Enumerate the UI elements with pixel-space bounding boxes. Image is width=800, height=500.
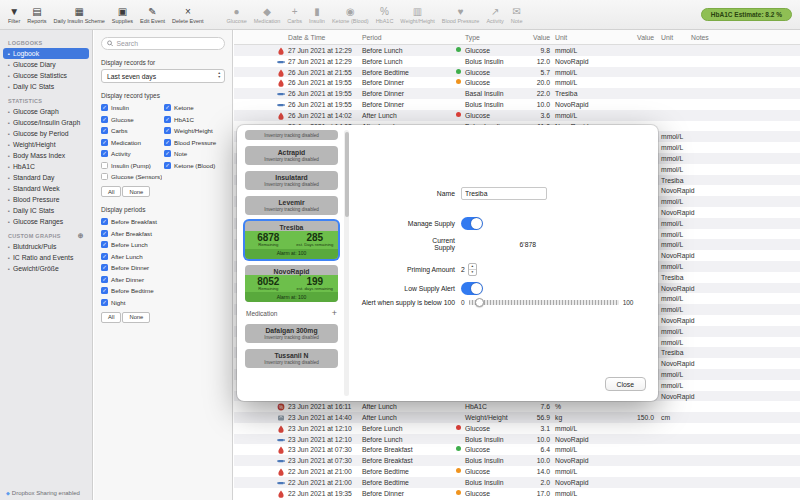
toolbar-daily-insulin-scheme[interactable]: ▦ Daily Insulin Scheme: [54, 6, 105, 24]
table-row[interactable]: 26 Jun 2021 at 14:02After LunchGlucose3.…: [234, 110, 800, 121]
slider-thumb[interactable]: [475, 298, 484, 307]
table-row[interactable]: 23 Jun 2021 at 07:30Before BreakfastGluc…: [234, 444, 800, 455]
toolbar-insulin[interactable]: ▮ Insulin: [309, 6, 325, 24]
type-checkbox-hba1c[interactable]: ✓ HbA1C: [164, 116, 225, 123]
sidebar-item-hba1c[interactable]: ▪HbA1C: [0, 161, 92, 172]
period-checkbox-before-lunch[interactable]: ✓ Before Lunch: [101, 241, 225, 248]
checkbox-icon[interactable]: ✓: [101, 253, 108, 260]
checkbox-icon[interactable]: ✓: [164, 150, 171, 157]
table-row[interactable]: 22 Jun 2021 at 21:00Before BedtimeBolus …: [234, 477, 800, 488]
search-field[interactable]: [101, 37, 225, 50]
supply-item-novorapid[interactable]: NovoRapid 8052Remaining 199est. days rem…: [245, 265, 338, 303]
sidebar-item-standard-day[interactable]: ▪Standard Day: [0, 172, 92, 183]
table-row[interactable]: 22 Jun 2021 at 19:35Before DinnerGlucose…: [234, 488, 800, 499]
supply-item-tresiba[interactable]: Tresiba 6878Remaining 285est. Days remai…: [245, 221, 338, 259]
date-range-select[interactable]: Last seven days ▲▼: [101, 69, 225, 83]
supply-list-scrollbar[interactable]: [344, 130, 349, 396]
type-checkbox-glucose-sensors[interactable]: Glucose (Sensors): [101, 173, 162, 180]
table-row[interactable]: 26 Jun 2021 at 19:55Before DinnerGlucose…: [234, 77, 800, 88]
sidebar-item-glucose-insulin-graph[interactable]: ▪Glucose/Insulin Graph: [0, 117, 92, 128]
sidebar-item-body-mass-index[interactable]: ▪Body Mass Index: [0, 150, 92, 161]
toolbar-blood-pressure[interactable]: ♥ Blood Pressure: [442, 6, 480, 24]
type-checkbox-weight-height[interactable]: ✓ Weight/Height: [164, 127, 225, 134]
toolbar-glucose[interactable]: ● Glucose: [227, 6, 247, 24]
checkbox-icon[interactable]: ✓: [101, 299, 108, 306]
table-row[interactable]: 23 Jun 2021 at 07:30Before BreakfastBolu…: [234, 455, 800, 466]
table-row[interactable]: 27 Jun 2021 at 12:29Before LunchBolus In…: [234, 56, 800, 67]
low-supply-alert-toggle[interactable]: [461, 282, 483, 295]
periods-all-button[interactable]: All: [101, 312, 121, 323]
table-row[interactable]: 23 Jun 2021 at 12:10Before LunchBolus In…: [234, 434, 800, 445]
type-checkbox-note[interactable]: ✓ Note: [164, 150, 225, 157]
current-supply-value[interactable]: 6'878: [461, 241, 536, 248]
periods-none-button[interactable]: None: [122, 312, 150, 323]
checkbox-icon[interactable]: ✓: [101, 150, 108, 157]
manage-supply-toggle[interactable]: [461, 217, 483, 230]
sidebar-item-glucose-graph[interactable]: ▪Glucose Graph: [0, 106, 92, 117]
table-row[interactable]: 26 Jun 2021 at 19:55Before DinnerBasal I…: [234, 88, 800, 99]
sidebar-item-glucose-diary[interactable]: ▪Glucose Diary: [0, 59, 92, 70]
period-checkbox-before-bedtime[interactable]: ✓ Before Bedtime: [101, 287, 225, 294]
toolbar-hba1c[interactable]: % HbA1C: [376, 6, 394, 24]
checkbox-icon[interactable]: [101, 173, 108, 180]
toolbar-medication[interactable]: ◆ Medication: [254, 6, 281, 24]
type-checkbox-medication[interactable]: ✓ Medication: [101, 139, 162, 146]
types-none-button[interactable]: None: [122, 186, 150, 197]
checkbox-icon[interactable]: ✓: [164, 139, 171, 146]
sidebar-item-gewicht-gr-e[interactable]: ▪Gewicht/Größe: [0, 263, 92, 274]
supply-item-dafalgan-300mg[interactable]: Dafalgan 300mg Inventory tracking disabl…: [245, 324, 338, 343]
period-checkbox-after-breakfast[interactable]: ✓ After Breakfast: [101, 230, 225, 237]
toolbar-delete-event[interactable]: × Delete Event: [172, 6, 204, 24]
type-checkbox-insulin[interactable]: ✓ Insulin: [101, 104, 162, 111]
toolbar-supplies[interactable]: ▣ Supplies: [112, 6, 133, 24]
type-checkbox-blood-pressure[interactable]: ✓ Blood Pressure: [164, 139, 225, 146]
close-button[interactable]: Close: [605, 377, 646, 391]
checkbox-icon[interactable]: ✓: [101, 127, 108, 134]
toolbar-activity[interactable]: ↗ Activity: [486, 6, 503, 24]
table-row[interactable]: %23 Jun 2021 at 16:11After LunchHbA1C7.6…: [234, 401, 800, 412]
type-checkbox-insulin-pump[interactable]: Insulin (Pump): [101, 162, 162, 169]
type-checkbox-glucose[interactable]: ✓ Glucose: [101, 116, 162, 123]
sidebar-item-logbook[interactable]: ▪Logbook: [3, 48, 89, 59]
sidebar-item-blutdruck-puls[interactable]: ▪Blutdruck/Puls: [0, 241, 92, 252]
priming-stepper[interactable]: ▲▼: [468, 263, 477, 276]
checkbox-icon[interactable]: ✓: [101, 230, 108, 237]
sidebar-item-glucose-by-period[interactable]: ▪Glucose by Period: [0, 128, 92, 139]
toolbar-ketone-blood[interactable]: ◉ Ketone (Blood): [332, 6, 369, 24]
add-graph-icon[interactable]: ⊕: [78, 233, 84, 239]
toolbar-carbs[interactable]: + Carbs: [287, 6, 302, 24]
table-row[interactable]: 26 Jun 2021 at 19:55Before DinnerBolus I…: [234, 99, 800, 110]
sidebar-item-glucose-ranges[interactable]: ▪Glucose Ranges: [0, 216, 92, 227]
sidebar-item-glucose-statistics[interactable]: ▪Glucose Statistics: [0, 70, 92, 81]
toolbar-edit-event[interactable]: ✎ Edit Event: [140, 6, 165, 24]
table-row[interactable]: 26 Jun 2021 at 21:55Before BedtimeGlucos…: [234, 67, 800, 78]
toolbar-reports[interactable]: ▤ Reports: [27, 6, 46, 24]
type-checkbox-activity[interactable]: ✓ Activity: [101, 150, 162, 157]
checkbox-icon[interactable]: ✓: [101, 139, 108, 146]
toolbar-filter[interactable]: ▼ Filter: [8, 6, 20, 24]
table-row[interactable]: 22 Jun 2021 at 21:00Before BedtimeGlucos…: [234, 466, 800, 477]
checkbox-icon[interactable]: ✓: [101, 104, 108, 111]
checkbox-icon[interactable]: ✓: [101, 116, 108, 123]
checkbox-icon[interactable]: ✓: [101, 241, 108, 248]
add-medication-icon[interactable]: +: [332, 309, 337, 317]
checkbox-icon[interactable]: ✓: [164, 116, 171, 123]
period-checkbox-after-lunch[interactable]: ✓ After Lunch: [101, 253, 225, 260]
checkbox-icon[interactable]: ✓: [101, 276, 108, 283]
checkbox-icon[interactable]: ✓: [101, 287, 108, 294]
type-checkbox-ketone-blood[interactable]: ✓ Ketone (Blood): [164, 162, 225, 169]
supply-item-tussanil-n[interactable]: Tussanil N Inventory tracking disabled: [245, 349, 338, 368]
supply-item-insulatard[interactable]: Insulatard Inventory tracking disabled: [245, 171, 338, 190]
table-row[interactable]: 23 Jun 2021 at 12:10Before LunchGlucose3…: [234, 423, 800, 434]
sidebar-item-blood-pressure[interactable]: ▪Blood Pressure: [0, 194, 92, 205]
checkbox-icon[interactable]: ✓: [164, 127, 171, 134]
alert-threshold-slider[interactable]: [469, 300, 619, 305]
checkbox-icon[interactable]: [101, 162, 108, 169]
supply-item-actrapid[interactable]: Actrapid Inventory tracking disabled: [245, 146, 338, 165]
types-all-button[interactable]: All: [101, 186, 121, 197]
toolbar-note[interactable]: ✉ Note: [511, 6, 523, 24]
checkbox-icon[interactable]: ✓: [101, 218, 108, 225]
table-row[interactable]: 23 Jun 2021 at 14:40After LunchWeight/He…: [234, 412, 800, 423]
toolbar-weight-height[interactable]: ▥ Weight/Height: [400, 6, 434, 24]
sidebar-item-daily-ic-stats[interactable]: ▪Daily IC Stats: [0, 205, 92, 216]
